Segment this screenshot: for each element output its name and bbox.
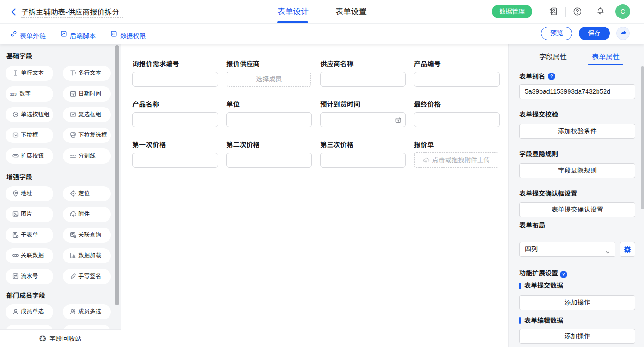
svg-text:123: 123 [10, 92, 17, 97]
